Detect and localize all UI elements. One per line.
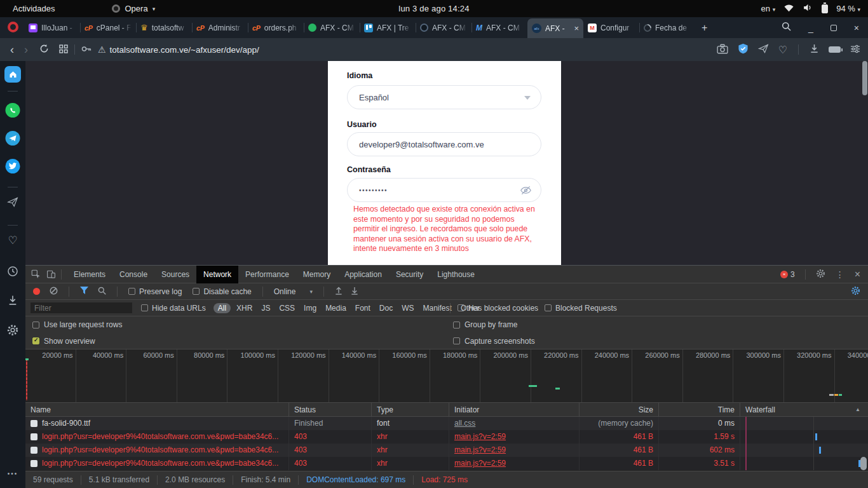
inspect-element-icon[interactable] xyxy=(31,269,41,279)
browser-tab-afx-cms-1[interactable]: AFX - CM xyxy=(304,17,360,38)
throttling-dropdown[interactable]: Online ▾ xyxy=(274,287,313,296)
network-overview-timeline[interactable]: 20000 ms 40000 ms 60000 ms 80000 ms 1000… xyxy=(25,349,868,403)
type-filter-img[interactable]: Img xyxy=(299,303,321,313)
reload-button[interactable] xyxy=(39,44,49,55)
type-filter-js[interactable]: JS xyxy=(257,303,275,313)
volume-icon[interactable] xyxy=(803,3,813,14)
browser-tab-totalsoftware[interactable]: ♛ totalsoftw xyxy=(136,17,192,38)
has-blocked-cookies-checkbox[interactable]: Has blocked cookies xyxy=(458,304,538,313)
column-header-type[interactable]: Type xyxy=(372,403,449,417)
table-scrollbar-thumb[interactable] xyxy=(860,457,867,470)
column-header-waterfall[interactable]: Waterfall ▲ xyxy=(740,403,868,417)
history-clock-icon[interactable] xyxy=(7,266,18,277)
adblock-shield-icon[interactable] xyxy=(738,43,749,56)
type-filter-css[interactable]: CSS xyxy=(275,303,299,313)
window-maximize-button[interactable] xyxy=(831,25,837,31)
my-flow-sidebar-icon[interactable] xyxy=(7,197,18,207)
browser-tab-administrator[interactable]: cP Administr xyxy=(192,17,248,38)
blocked-requests-checkbox[interactable]: Blocked Requests xyxy=(545,304,617,313)
preserve-log-checkbox[interactable]: Preserve log xyxy=(128,287,182,296)
my-flow-icon[interactable] xyxy=(758,44,769,55)
easy-setup-sliders-icon[interactable] xyxy=(850,44,860,55)
browser-tab-illojuan[interactable]: IlloJuan - xyxy=(24,17,80,38)
initiator-link[interactable]: main.js?v=2:59 xyxy=(449,430,580,444)
twitter-icon[interactable] xyxy=(6,159,20,173)
tab-close-icon[interactable]: × xyxy=(574,24,579,33)
window-minimize-button[interactable]: _ xyxy=(808,23,813,33)
devtools-tab-application[interactable]: Application xyxy=(337,266,389,283)
network-filter-input[interactable] xyxy=(31,302,132,313)
browser-tab-cpanel[interactable]: cP cPanel - F xyxy=(80,17,136,38)
devtools-tab-lighthouse[interactable]: Lighthouse xyxy=(430,266,482,283)
disable-cache-checkbox[interactable]: Disable cache xyxy=(193,287,251,296)
snapshot-camera-icon[interactable] xyxy=(717,44,728,56)
site-key-icon[interactable] xyxy=(81,44,92,55)
devtools-menu-icon[interactable]: ⋮ xyxy=(836,269,844,280)
export-har-icon[interactable] xyxy=(351,287,358,297)
hide-data-urls-checkbox[interactable]: Hide data URLs xyxy=(141,304,206,313)
request-row-error[interactable]: login.php?usr=developer9%40totalsoftware… xyxy=(25,430,868,444)
settings-gear-icon[interactable] xyxy=(7,324,19,336)
app-menu[interactable]: Opera ▾ xyxy=(112,4,155,13)
type-filter-media[interactable]: Media xyxy=(321,303,351,313)
clear-network-log-icon[interactable] xyxy=(50,287,58,297)
show-overview-checkbox[interactable]: Show overview xyxy=(32,337,95,346)
back-button[interactable]: ‹ xyxy=(10,44,14,55)
column-header-initiator[interactable]: Initiator xyxy=(449,403,580,417)
initiator-link[interactable]: main.js?v=2:59 xyxy=(449,444,580,457)
group-by-frame-checkbox[interactable]: Group by frame xyxy=(453,320,517,329)
devtools-tab-network[interactable]: Network xyxy=(196,266,238,283)
tab-search-icon[interactable] xyxy=(782,22,791,34)
language-select[interactable]: Español xyxy=(347,85,541,109)
browser-tab-afx-trello[interactable]: AFX | Tre xyxy=(360,17,416,38)
type-filter-xhr[interactable]: XHR xyxy=(232,303,257,313)
request-row-error[interactable]: login.php?usr=developer9%40totalsoftware… xyxy=(25,444,868,457)
devtools-tab-memory[interactable]: Memory xyxy=(296,266,337,283)
toggle-password-eye-icon[interactable] xyxy=(520,185,532,198)
column-header-size[interactable]: Size xyxy=(580,403,659,417)
filter-funnel-icon[interactable] xyxy=(80,287,88,296)
browser-tab-afx-cms-3[interactable]: M AFX - CM xyxy=(471,17,527,38)
column-header-name[interactable]: Name xyxy=(25,403,289,417)
devtools-close-button[interactable]: × xyxy=(855,269,860,280)
network-search-icon[interactable] xyxy=(98,287,106,297)
devtools-tab-console[interactable]: Console xyxy=(112,266,154,283)
window-close-button[interactable]: × xyxy=(854,23,859,33)
url-text[interactable]: totalsoftware.com.ve/~afxuser/dev/app/ xyxy=(110,45,259,55)
bookmarks-heart-icon[interactable]: ♡ xyxy=(8,235,17,246)
clock[interactable]: lun 3 de ago 14:24 xyxy=(398,4,469,13)
type-filter-font[interactable]: Font xyxy=(351,303,375,313)
activities-button[interactable]: Actividades xyxy=(13,4,55,13)
type-filter-ws[interactable]: WS xyxy=(397,303,418,313)
request-row-error[interactable]: login.php?usr=developer9%40totalsoftware… xyxy=(25,457,868,470)
downloads-icon[interactable] xyxy=(810,44,819,55)
battery-menu[interactable]: 94 % ▾ xyxy=(836,4,860,13)
record-network-log-button[interactable] xyxy=(33,288,40,295)
request-row[interactable]: fa-solid-900.ttf Finished font all.css (… xyxy=(25,417,868,430)
password-input[interactable] xyxy=(359,187,529,194)
telegram-icon[interactable] xyxy=(6,131,20,146)
type-filter-all[interactable]: All xyxy=(214,303,231,313)
console-error-badge[interactable]: × 3 xyxy=(780,270,795,279)
devtools-tab-performance[interactable]: Performance xyxy=(238,266,296,283)
site-warning-icon[interactable]: ⚠ xyxy=(98,44,106,55)
browser-tab-fecha[interactable]: Fecha de xyxy=(639,17,695,38)
capture-screenshots-checkbox[interactable]: Capture screenshots xyxy=(453,337,535,346)
initiator-link[interactable]: main.js?v=2:59 xyxy=(449,457,580,470)
username-input[interactable] xyxy=(359,140,529,149)
devtools-tab-sources[interactable]: Sources xyxy=(154,266,196,283)
browser-tab-orders[interactable]: cP orders.ph xyxy=(248,17,304,38)
import-har-icon[interactable] xyxy=(335,287,342,297)
devtools-tab-security[interactable]: Security xyxy=(389,266,430,283)
devtools-tab-elements[interactable]: Elements xyxy=(67,266,112,283)
bookmark-heart-icon[interactable]: ♡ xyxy=(778,44,787,56)
use-large-request-rows-checkbox[interactable]: Use large request rows xyxy=(32,320,122,329)
page-scrollbar-thumb[interactable] xyxy=(862,61,867,95)
browser-tab-configuracion[interactable]: M Configur xyxy=(583,17,639,38)
wifi-icon[interactable] xyxy=(783,4,794,14)
speed-dial-home-button[interactable] xyxy=(4,66,21,83)
battery-saver-icon[interactable] xyxy=(829,46,841,53)
devtools-settings-gear-icon[interactable] xyxy=(816,269,825,280)
column-header-time[interactable]: Time xyxy=(659,403,740,417)
sidebar-more-button[interactable]: ••• xyxy=(8,470,18,477)
